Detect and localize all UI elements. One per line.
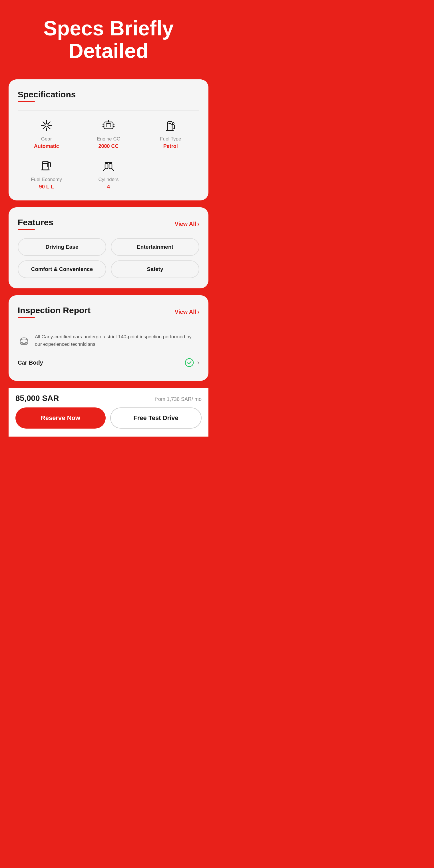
svg-rect-25 bbox=[109, 164, 112, 169]
inspection-title-wrap: Inspection Report bbox=[18, 306, 91, 318]
inspection-badge-icon bbox=[18, 333, 30, 346]
spec-cylinders: Cylinders 4 bbox=[80, 158, 137, 190]
gear-label: Gear bbox=[41, 136, 52, 142]
spec-placeholder bbox=[142, 158, 199, 190]
specs-top-grid: Gear Automatic Engine CC 2000 CC bbox=[18, 117, 199, 150]
feature-entertainment[interactable]: Entertainment bbox=[111, 238, 199, 256]
features-view-all[interactable]: View All › bbox=[175, 221, 199, 227]
feature-safety[interactable]: Safety bbox=[111, 260, 199, 278]
cylinders-value: 4 bbox=[107, 184, 110, 190]
inspection-description: All Carly-certified cars undergo a stric… bbox=[35, 333, 199, 348]
cylinders-label: Cylinders bbox=[98, 177, 119, 182]
svg-line-7 bbox=[48, 122, 50, 124]
cylinders-icon bbox=[100, 158, 117, 174]
price-monthly: from 1,736 SAR/ mo bbox=[155, 396, 202, 402]
inspection-view-all-chevron: › bbox=[197, 309, 199, 315]
svg-rect-9 bbox=[104, 122, 113, 129]
spec-divider-top bbox=[18, 110, 199, 111]
gear-value: Automatic bbox=[34, 143, 59, 150]
car-body-icons: › bbox=[185, 358, 199, 367]
svg-line-6 bbox=[48, 127, 50, 129]
spec-gear: Gear Automatic bbox=[18, 117, 75, 150]
spec-engine: Engine CC 2000 CC bbox=[80, 117, 137, 150]
engine-value: 2000 CC bbox=[98, 143, 119, 150]
inspection-view-all[interactable]: View All › bbox=[175, 309, 199, 315]
features-title-wrap: Features bbox=[18, 218, 53, 230]
spec-section-header: Specifications bbox=[18, 90, 199, 102]
car-body-chevron: › bbox=[197, 359, 199, 366]
car-body-row[interactable]: Car Body › bbox=[18, 354, 199, 371]
fuel-type-value: Petrol bbox=[163, 143, 178, 150]
reserve-now-button[interactable]: Reserve Now bbox=[16, 407, 106, 429]
spec-title-wrap: Specifications bbox=[18, 90, 76, 102]
fuel-economy-value: 90 L L bbox=[39, 184, 54, 190]
bottom-bar: 85,000 SAR from 1,736 SAR/ mo Reserve No… bbox=[8, 388, 209, 437]
specs-bottom-grid: Fuel Economy 90 L L Cylinders 4 bbox=[18, 158, 199, 190]
features-title: Features bbox=[18, 218, 53, 227]
features-card: Features View All › Driving Ease Enterta… bbox=[8, 207, 209, 288]
svg-rect-24 bbox=[105, 164, 108, 169]
inspection-card: Inspection Report View All › All Carly-c… bbox=[8, 295, 209, 381]
free-test-drive-button[interactable]: Free Test Drive bbox=[110, 407, 202, 429]
hero-title: Specs Briefly Detailed bbox=[43, 17, 174, 62]
spec-fuel-economy: Fuel Economy 90 L L bbox=[18, 158, 75, 190]
inspection-info: All Carly-certified cars undergo a stric… bbox=[18, 333, 199, 348]
engine-label: Engine CC bbox=[97, 136, 120, 142]
svg-line-8 bbox=[43, 127, 44, 129]
svg-point-35 bbox=[185, 359, 193, 367]
features-view-all-chevron: › bbox=[197, 221, 199, 227]
spec-fuel-type: Fuel Type Petrol bbox=[142, 117, 199, 150]
inspection-section-header: Inspection Report View All › bbox=[18, 306, 199, 318]
features-section-header: Features View All › bbox=[18, 218, 199, 230]
fuel-economy-icon bbox=[38, 158, 55, 174]
btn-row: Reserve Now Free Test Drive bbox=[16, 407, 202, 429]
svg-rect-10 bbox=[106, 124, 111, 127]
features-grid: Driving Ease Entertainment Comfort & Con… bbox=[18, 238, 199, 278]
price-main: 85,000 SAR bbox=[16, 394, 59, 403]
spec-underline bbox=[18, 101, 35, 102]
inspection-title: Inspection Report bbox=[18, 306, 91, 315]
car-body-label: Car Body bbox=[18, 360, 43, 366]
features-underline bbox=[18, 229, 35, 230]
fuel-type-label: Fuel Type bbox=[160, 136, 181, 142]
price-row: 85,000 SAR from 1,736 SAR/ mo bbox=[16, 394, 202, 403]
feature-comfort[interactable]: Comfort & Convenience bbox=[18, 260, 106, 278]
inspection-divider bbox=[18, 326, 199, 327]
svg-line-5 bbox=[43, 122, 44, 124]
feature-driving-ease[interactable]: Driving Ease bbox=[18, 238, 106, 256]
fuel-type-icon bbox=[162, 117, 179, 133]
specifications-card: Specifications Gear Autom bbox=[8, 80, 209, 200]
spec-title: Specifications bbox=[18, 90, 76, 99]
svg-point-0 bbox=[45, 124, 48, 127]
gear-icon bbox=[38, 117, 55, 133]
check-circle-icon bbox=[185, 358, 194, 367]
inspection-underline bbox=[18, 317, 35, 318]
fuel-economy-label: Fuel Economy bbox=[31, 177, 62, 182]
engine-icon bbox=[100, 117, 117, 133]
